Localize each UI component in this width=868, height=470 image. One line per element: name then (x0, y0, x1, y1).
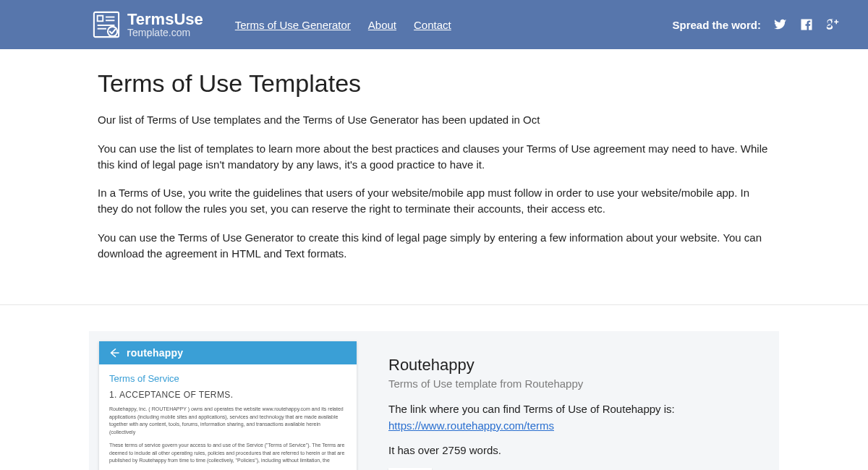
thumbnail-micro-1: Routehappy, Inc. ( ROUTEHAPPY ) owns and… (109, 406, 346, 436)
template-word-count: It has over 2759 words. (388, 443, 762, 459)
brand-text: TermsUse Template.com (127, 11, 203, 38)
intro-paragraph-1: Our list of Terms of Use templates and t… (98, 112, 770, 128)
template-source-link[interactable]: https://www.routehappy.com/terms (388, 419, 554, 432)
template-link-intro: The link where you can find Terms of Use… (388, 403, 675, 415)
template-card: routehappy Terms of Service 1. ACCEPTANC… (89, 331, 779, 470)
template-link-line: The link where you can find Terms of Use… (388, 401, 762, 434)
thumbnail-section-heading: 1. ACCEPTANCE OF TERMS. (109, 390, 346, 400)
nav-about[interactable]: About (368, 19, 396, 31)
thumbnail-title: Terms of Service (109, 373, 346, 384)
facebook-icon[interactable] (800, 18, 813, 31)
pointer-icon (108, 346, 121, 359)
thumbnail-brand-bar: routehappy (99, 341, 357, 364)
twitter-icon[interactable] (774, 18, 787, 31)
brand[interactable]: TermsUse Template.com (93, 11, 203, 38)
svg-rect-1 (98, 16, 103, 22)
intro-paragraph-2: You can use the list of templates to lea… (98, 141, 770, 173)
page-title: Terms of Use Templates (98, 69, 770, 98)
top-nav: Terms of Use Generator About Contact (235, 19, 451, 31)
nav-contact[interactable]: Contact (414, 19, 451, 31)
intro-paragraph-3: In a Terms of Use, you write the guideli… (98, 185, 770, 217)
thumbnail-brand-label: routehappy (127, 347, 183, 359)
thumbnail-body: Terms of Service 1. ACCEPTANCE OF TERMS.… (99, 364, 357, 470)
brand-name-top: TermsUse (127, 11, 203, 27)
site-header: TermsUse Template.com Terms of Use Gener… (0, 0, 868, 49)
share-group: Spread the word: (672, 18, 839, 31)
main-content: Terms of Use Templates Our list of Terms… (89, 49, 779, 296)
share-label: Spread the word: (672, 19, 761, 31)
template-name: Routehappy (388, 356, 762, 375)
template-thumbnail[interactable]: routehappy Terms of Service 1. ACCEPTANC… (99, 341, 357, 470)
brand-name-bottom: Template.com (127, 27, 203, 38)
section-divider (0, 304, 868, 305)
intro-paragraph-4: You can use the Terms of Use Generator t… (98, 230, 770, 262)
googleplus-icon[interactable] (826, 18, 839, 31)
template-detail-column: Routehappy Terms of Use template from Ro… (388, 331, 779, 470)
logo-icon (93, 11, 120, 38)
thumbnail-micro-2: These terms of service govern your acces… (109, 442, 346, 465)
nav-generator[interactable]: Terms of Use Generator (235, 19, 351, 31)
template-subtitle: Terms of Use template from Routehappy (388, 377, 762, 390)
template-thumbnail-column: routehappy Terms of Service 1. ACCEPTANC… (89, 331, 357, 470)
